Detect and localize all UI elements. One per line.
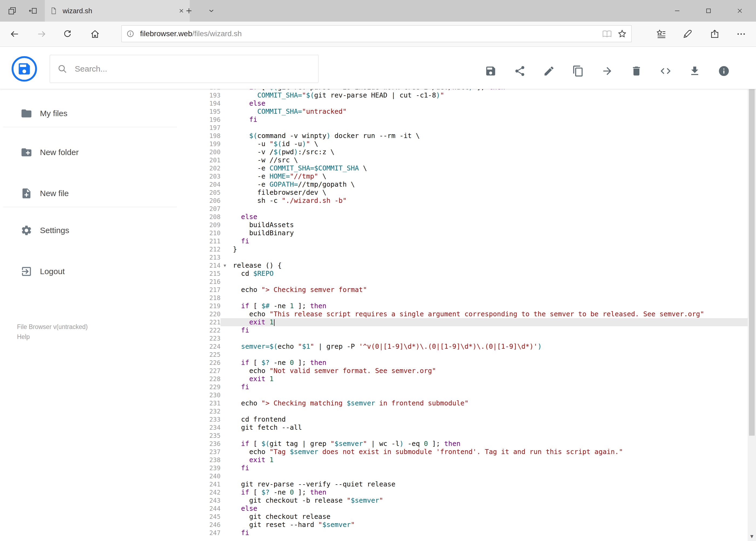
hub-button[interactable]: [652, 25, 670, 43]
code-line[interactable]: 228 exit 1: [193, 375, 748, 383]
code-line[interactable]: 193 COMMIT_SHA="$(git rev-parse HEAD | c…: [193, 91, 748, 99]
share-button[interactable]: [511, 62, 529, 80]
code-button[interactable]: [657, 62, 674, 80]
page-scrollbar[interactable]: ▲ ▼: [748, 47, 756, 541]
code-line[interactable]: 196 fi: [193, 116, 748, 124]
code-line[interactable]: 220 echo "This release script requires a…: [193, 310, 748, 318]
code-line[interactable]: 223: [193, 334, 748, 342]
code-line[interactable]: 209 buildAssets: [193, 221, 748, 229]
sidebar-item-my-files[interactable]: My files: [0, 103, 193, 124]
more-button[interactable]: [732, 25, 750, 43]
info-button[interactable]: [715, 62, 733, 80]
code-line[interactable]: 204 -e GOPATH=//tmp/gopath \: [193, 181, 748, 189]
code-line[interactable]: 225: [193, 350, 748, 359]
code-line[interactable]: 221 exit 1: [193, 318, 748, 326]
search-input[interactable]: [74, 64, 311, 74]
favorite-button[interactable]: [617, 29, 627, 39]
code-line[interactable]: 219 if [ $# -ne 1 ]; then: [193, 302, 748, 310]
code-line[interactable]: 202 -e COMMIT_SHA=$COMMIT_SHA \: [193, 164, 748, 172]
code-line[interactable]: 201 -w //src \: [193, 156, 748, 164]
scroll-down-arrow[interactable]: ▼: [748, 532, 756, 541]
sidebar-item-settings[interactable]: Settings: [0, 220, 193, 241]
site-info-button[interactable]: [126, 29, 135, 38]
download-button[interactable]: [686, 62, 704, 80]
code-editor[interactable]: 192 if [ $(git rev-parse --is-inside-wor…: [193, 89, 748, 541]
code-line[interactable]: 234 git fetch --all: [193, 423, 748, 432]
code-line[interactable]: 194 else: [193, 99, 748, 108]
window-maximize-button[interactable]: [693, 0, 724, 22]
code-line[interactable]: 226 if [ $? -ne 0 ]; then: [193, 359, 748, 367]
code-line[interactable]: 246 git reset --hard "$semver": [193, 521, 748, 529]
save-button[interactable]: [482, 62, 500, 80]
code-line[interactable]: 241 git rev-parse --verify --quiet relea…: [193, 480, 748, 488]
move-button[interactable]: [599, 62, 616, 80]
code-line[interactable]: 245 git checkout release: [193, 513, 748, 521]
code-line[interactable]: 197: [193, 124, 748, 132]
code-line[interactable]: 217 echo "> Checking semver format": [193, 286, 748, 294]
code-line[interactable]: 198 $(command -v winpty) docker run --rm…: [193, 132, 748, 140]
new-tab-button[interactable]: [179, 0, 198, 22]
code-line[interactable]: 242 if [ $? -ne 0 ]; then: [193, 488, 748, 496]
code-line[interactable]: 236 if [ $(git tag | grep "$semver" | wc…: [193, 440, 748, 448]
code-line[interactable]: 238 exit 1: [193, 456, 748, 464]
forward-button[interactable]: [33, 25, 50, 43]
set-tabs-aside-button[interactable]: [24, 0, 42, 22]
tabs-you-set-aside-button[interactable]: [3, 0, 22, 22]
help-link[interactable]: Help: [17, 332, 88, 342]
url-bar[interactable]: filebrowser.web/files/wizard.sh: [122, 25, 631, 42]
search-box[interactable]: [50, 55, 319, 83]
delete-button[interactable]: [628, 62, 645, 80]
back-button[interactable]: [6, 25, 23, 43]
code-line[interactable]: 232: [193, 407, 748, 415]
url-text[interactable]: filebrowser.web/files/wizard.sh: [140, 29, 597, 38]
code-line[interactable]: 195 COMMIT_SHA="untracked": [193, 108, 748, 116]
code-line[interactable]: 239 fi: [193, 464, 748, 472]
code-line[interactable]: 206 sh -c "./wizard.sh -b": [193, 197, 748, 205]
code-line[interactable]: 229 fi: [193, 383, 748, 391]
filebrowser-logo[interactable]: [11, 56, 37, 82]
edit-button[interactable]: [540, 62, 558, 80]
code-line[interactable]: 215 cd $REPO: [193, 270, 748, 277]
code-line[interactable]: 247 fi: [193, 529, 748, 537]
reading-view-button[interactable]: [602, 29, 612, 39]
share-button[interactable]: [706, 25, 723, 43]
sidebar-item-new-folder[interactable]: New folder: [0, 142, 193, 163]
code-line[interactable]: 210 buildBinary: [193, 229, 748, 237]
window-close-button[interactable]: [724, 0, 755, 22]
code-line[interactable]: 207: [193, 205, 748, 213]
code-line[interactable]: 244 else: [193, 505, 748, 513]
code-line[interactable]: 227 echo "Not valid semver format. See s…: [193, 367, 748, 375]
code-line[interactable]: 224 semver=$(echo "$1" | grep -P '^v(0|[…: [193, 342, 748, 350]
code-line[interactable]: 237 echo "Tag $semver does not exist in …: [193, 448, 748, 456]
code-line[interactable]: 216: [193, 277, 748, 286]
web-notes-button[interactable]: [679, 25, 696, 43]
code-line[interactable]: 205 filebrowser/dev \: [193, 189, 748, 197]
code-line[interactable]: 240: [193, 472, 748, 480]
code-line[interactable]: 200 -v /$(pwd):/src:z \: [193, 148, 748, 156]
code-line[interactable]: 211 fi: [193, 237, 748, 245]
code-line[interactable]: 218: [193, 294, 748, 302]
home-button[interactable]: [86, 25, 104, 43]
code-line[interactable]: 213: [193, 254, 748, 262]
code-line[interactable]: 243 git checkout -b release "$semver": [193, 496, 748, 505]
window-minimize-button[interactable]: [661, 0, 693, 22]
code-line[interactable]: 214▾release () {: [193, 262, 748, 270]
sidebar-item-logout[interactable]: Logout: [0, 261, 193, 282]
code-line[interactable]: 222 fi: [193, 326, 748, 334]
refresh-button[interactable]: [59, 25, 76, 43]
code-line[interactable]: 233 cd frontend: [193, 415, 748, 423]
sidebar-item-new-file[interactable]: New file: [0, 183, 193, 204]
code-line[interactable]: 235: [193, 432, 748, 440]
code-line[interactable]: 203 -e HOME="//tmp" \: [193, 172, 748, 181]
code-line[interactable]: 230: [193, 391, 748, 399]
code-line[interactable]: 208 else: [193, 213, 748, 221]
copy-button[interactable]: [569, 62, 587, 80]
tab-preview-toggle-button[interactable]: [202, 0, 221, 22]
code-line[interactable]: 212}: [193, 245, 748, 254]
browser-tab[interactable]: wizard.sh: [45, 0, 190, 22]
scrollbar-thumb[interactable]: [749, 58, 755, 436]
fold-marker-icon[interactable]: ▾: [220, 262, 229, 270]
code-line[interactable]: 199 -u "$(id -u)" \: [193, 140, 748, 148]
code-line[interactable]: 231 echo "> Checking matching $semver in…: [193, 399, 748, 407]
code-line[interactable]: 192 if [ $(git rev-parse --is-inside-wor…: [193, 89, 748, 91]
